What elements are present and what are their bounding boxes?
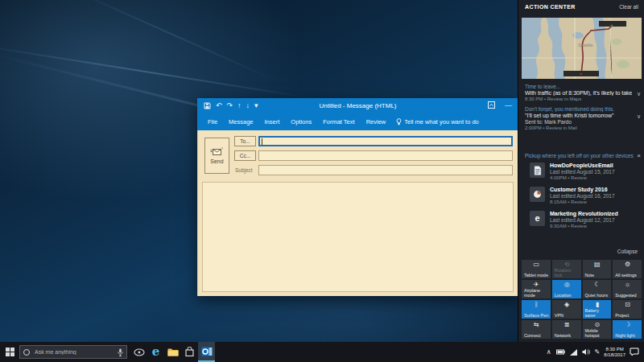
ribbon-tab-file[interactable]: File <box>202 115 223 129</box>
ribbon-tab-bar: FileMessageInsertOptionsFormat TextRevie… <box>197 113 518 130</box>
pen-icon[interactable]: ✎ <box>595 348 601 356</box>
move-up-icon[interactable]: ↑ <box>237 98 242 113</box>
quick-action-battery-saver[interactable]: ▮Battery saver <box>583 300 612 319</box>
quick-action-surface-pen[interactable]: ᛒSurface Pen <box>522 300 551 319</box>
minimize-icon[interactable]: — <box>505 101 512 109</box>
move-down-icon[interactable]: ↓ <box>246 98 250 113</box>
pickup-items: HowDoPeopleUseEmailLast edited August 15… <box>518 159 644 232</box>
taskbar-task-view-button[interactable] <box>130 342 147 362</box>
ribbon-tab-message[interactable]: Message <box>223 115 258 129</box>
quick-action-label: Quiet hours <box>585 293 610 298</box>
quick-action-night-light[interactable]: ☽Night light <box>613 320 642 339</box>
chevron-down-icon[interactable]: ∨ <box>637 91 641 97</box>
ribbon-tab-format-text[interactable]: Format Text <box>317 115 360 129</box>
notification-card[interactable]: Don't forget, you mentioned doing this."… <box>518 104 644 133</box>
battery-saver-icon: ▮ <box>585 302 610 308</box>
quick-action-location[interactable]: ◎Location <box>552 280 581 298</box>
network-signal-icon[interactable] <box>570 349 577 356</box>
mobile-hotspot-icon: ⊙ <box>585 322 610 328</box>
notification-list: Time to leave...With traffic (as of 8:30… <box>518 81 644 133</box>
customize-qat-icon[interactable]: ▾ <box>254 98 258 113</box>
collapse-link[interactable]: Collapse <box>617 249 638 254</box>
desktop: ↶↷↑↓▾ Untitled - Message (HTML) — FileMe… <box>0 0 644 362</box>
quick-action-label: Note <box>585 273 610 278</box>
cc-button[interactable]: Cc... <box>234 150 256 161</box>
quick-action-tablet-mode[interactable]: ▭Tablet mode <box>522 260 551 278</box>
taskbar-file-explorer-button[interactable] <box>164 342 181 362</box>
ribbon-display-options-icon[interactable] <box>488 101 495 110</box>
clear-all-button[interactable]: Clear all <box>619 4 638 10</box>
search-input[interactable] <box>33 348 114 356</box>
notification-card[interactable]: Time to leave...With traffic (as of 8:30… <box>518 81 644 104</box>
to-field[interactable] <box>258 136 513 146</box>
quick-access-toolbar: ↶↷↑↓▾ <box>197 98 258 113</box>
start-button[interactable] <box>0 342 19 362</box>
quick-action-label: Connect <box>524 333 549 338</box>
taskbar-outlook-button[interactable] <box>198 342 215 362</box>
ribbon-tab-insert[interactable]: Insert <box>259 115 286 129</box>
quick-action-vpn[interactable]: ◈VPN <box>552 300 581 319</box>
action-center-header: ACTION CENTER Clear all <box>518 0 644 13</box>
connect-icon: ⇆ <box>524 322 549 328</box>
action-center-icon[interactable] <box>630 348 639 356</box>
quiet-hours-icon: ☾ <box>585 282 610 288</box>
all-settings-icon: ⚙ <box>615 261 640 268</box>
quick-action-note[interactable]: ▤Note <box>583 260 612 278</box>
close-icon[interactable]: × <box>637 152 641 159</box>
quick-action-label: Location <box>555 293 580 298</box>
quick-action-rotation-lock[interactable]: ⟲Rotation lock <box>552 260 581 278</box>
pickup-item-meta: 8:15AM • Review <box>550 200 615 204</box>
hidden-icons-chevron-icon[interactable]: ∧ <box>547 348 551 356</box>
pickup-item-title: Customer Study 2016 <box>550 187 615 192</box>
cc-field[interactable] <box>258 150 513 161</box>
wallpaper-beam <box>59 0 280 83</box>
send-button[interactable]: Send <box>204 138 229 174</box>
window-titlebar[interactable]: ↶↷↑↓▾ Untitled - Message (HTML) — <box>197 98 518 113</box>
quick-actions-grid: ▭Tablet mode⟲Rotation lock▤Note⚙All sett… <box>522 260 642 339</box>
to-button[interactable]: To... <box>234 136 256 146</box>
cortana-search-box[interactable] <box>19 345 127 359</box>
file-explorer-icon <box>167 345 179 360</box>
quick-action-mobile-hotspot[interactable]: ⊙Mobile hotspot <box>583 320 612 339</box>
quick-action-all-settings[interactable]: ⚙All settings <box>613 260 642 278</box>
volume-icon[interactable] <box>582 348 590 356</box>
message-body-editor[interactable] <box>202 182 514 292</box>
pickup-item[interactable]: Customer Study 2016Last edited August 16… <box>518 183 644 208</box>
pickup-item-subtitle: Last edited August 16, 2017 <box>550 193 615 199</box>
ribbon-tab-options[interactable]: Options <box>285 115 317 129</box>
redo-icon[interactable]: ↷ <box>227 98 233 113</box>
store-icon <box>185 345 194 360</box>
quick-action-label: VPN <box>555 313 580 318</box>
tellme-label: Tell me what you want to do <box>404 118 479 125</box>
battery-icon[interactable] <box>556 349 565 355</box>
notification-heading: Time to leave... <box>525 84 632 89</box>
chevron-down-icon[interactable]: ∨ <box>637 113 641 120</box>
taskbar-apps: e <box>130 342 215 362</box>
quick-action-suggested[interactable]: ☼Suggested <box>613 280 642 298</box>
windows-logo-icon <box>6 348 14 356</box>
save-icon[interactable] <box>204 102 211 109</box>
taskbar-edge-button[interactable]: e <box>147 342 164 362</box>
quick-action-project[interactable]: ⊡Project <box>613 300 642 319</box>
microphone-icon[interactable] <box>118 348 123 356</box>
quick-action-quiet-hours[interactable]: ☾Quiet hours <box>583 280 612 298</box>
pickup-item[interactable]: eMarketing RevolutionizedLast edited Aug… <box>518 208 644 232</box>
notification-body: With traffic (as of 8:30PM), it's likely… <box>525 90 632 96</box>
vpn-icon: ◈ <box>555 302 580 308</box>
clock-date: 8/18/2017 <box>604 352 625 358</box>
surface-pen-icon: ᛒ <box>524 302 549 308</box>
subject-field[interactable] <box>258 165 513 175</box>
pickup-item[interactable]: HowDoPeopleUseEmailLast edited August 15… <box>518 159 644 183</box>
taskbar-store-button[interactable] <box>181 342 198 362</box>
taskbar-clock[interactable]: 8:30 PM 8/18/2017 <box>604 347 625 358</box>
svg-text:Seattle: Seattle <box>578 43 593 47</box>
ribbon-tab-review[interactable]: Review <box>361 115 392 129</box>
quick-action-network[interactable]: ≣Network <box>552 320 581 339</box>
quick-action-connect[interactable]: ⇆Connect <box>522 320 551 339</box>
maps-route-thumbnail[interactable]: Seattle <box>522 18 642 79</box>
quick-action-label: Airplane mode <box>524 288 549 298</box>
tellme-box[interactable]: Tell me what you want to do <box>391 118 479 125</box>
note-icon: ▤ <box>585 261 610 268</box>
undo-icon[interactable]: ↶ <box>216 98 222 113</box>
quick-action-airplane-mode[interactable]: ✈Airplane mode <box>522 280 551 298</box>
